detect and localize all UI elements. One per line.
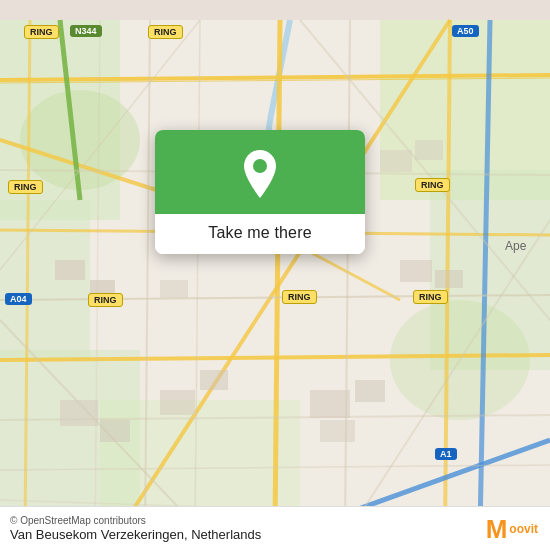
ring-label-3: RING	[8, 180, 43, 194]
a50-label: A50	[452, 25, 479, 37]
location-popup: Take me there	[155, 130, 365, 254]
ring-label-2: RING	[148, 25, 183, 39]
svg-rect-37	[55, 260, 85, 280]
svg-rect-47	[100, 420, 130, 442]
location-pin-icon	[238, 148, 282, 200]
n344-label: N344	[70, 25, 102, 37]
svg-rect-43	[320, 420, 355, 442]
svg-rect-44	[400, 260, 432, 282]
ring-label-7: RING	[413, 290, 448, 304]
svg-point-52	[253, 159, 267, 173]
svg-rect-42	[355, 380, 385, 402]
bottom-bar: © OpenStreetMap contributors Van Beuseko…	[0, 506, 550, 550]
location-name-text: Van Beusekom Verzekeringen, Netherlands	[10, 527, 261, 542]
map-info: © OpenStreetMap contributors Van Beuseko…	[10, 515, 261, 542]
map-background: Ape	[0, 0, 550, 550]
moovit-m-letter: M	[486, 516, 508, 542]
moovit-logo: M oovit	[486, 516, 538, 542]
map-container: Ape RING RING RING RING RING RING RING N…	[0, 0, 550, 550]
moovit-text: oovit	[509, 523, 538, 535]
svg-rect-48	[160, 280, 188, 298]
svg-rect-40	[200, 370, 228, 390]
svg-point-3	[20, 90, 140, 190]
popup-header	[155, 130, 365, 214]
svg-text:Ape: Ape	[505, 239, 527, 253]
svg-rect-45	[435, 270, 463, 288]
ring-label-6: RING	[282, 290, 317, 304]
a1-label: A1	[435, 448, 457, 460]
take-me-there-button[interactable]: Take me there	[155, 214, 365, 254]
svg-rect-39	[160, 390, 195, 415]
ring-label-1: RING	[24, 25, 59, 39]
svg-rect-41	[310, 390, 350, 418]
svg-rect-49	[380, 150, 412, 172]
svg-rect-50	[415, 140, 443, 160]
ring-label-4: RING	[415, 178, 450, 192]
attribution-text: © OpenStreetMap contributors	[10, 515, 261, 526]
svg-rect-46	[60, 400, 98, 426]
ring-label-5: RING	[88, 293, 123, 307]
a04-label: A04	[5, 293, 32, 305]
